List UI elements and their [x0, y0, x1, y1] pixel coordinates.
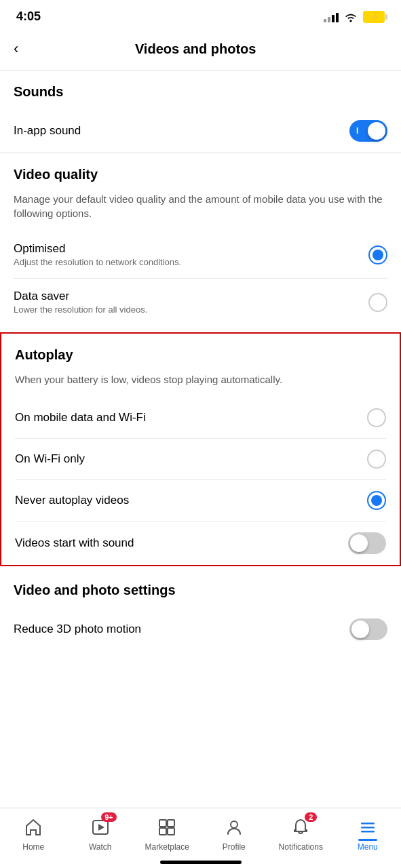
- nav-notifications[interactable]: 2 Notifications: [277, 815, 324, 852]
- autoplay-desc: When your battery is low, videos stop pl…: [15, 372, 386, 387]
- profile-icon-wrap: [222, 815, 246, 840]
- in-app-sound-toggle[interactable]: [349, 120, 387, 142]
- notifications-icon-wrap: 2: [288, 815, 313, 840]
- watch-label: Watch: [89, 842, 112, 852]
- home-icon: [24, 818, 43, 837]
- marketplace-icon-wrap: [155, 815, 179, 840]
- nav-home[interactable]: Home: [9, 815, 57, 852]
- status-time: 4:05: [16, 9, 41, 24]
- home-icon-wrap: [21, 815, 45, 840]
- mobile-data-wifi-radio[interactable]: [367, 408, 386, 427]
- watch-badge: 9+: [101, 812, 117, 822]
- optimised-label: Optimised: [14, 242, 181, 256]
- autoplay-title: Autoplay: [15, 347, 386, 363]
- video-quality-title: Video quality: [14, 167, 387, 182]
- data-saver-label: Data saver: [14, 290, 147, 303]
- sounds-title: Sounds: [14, 84, 387, 100]
- wifi-icon: [344, 12, 358, 22]
- notifications-badge: 2: [305, 812, 317, 822]
- never-autoplay-radio[interactable]: [367, 491, 386, 510]
- svg-rect-4: [168, 828, 174, 835]
- header: ‹ Videos and photos: [0, 29, 401, 71]
- videos-start-sound-label: Videos start with sound: [15, 536, 134, 550]
- data-saver-row[interactable]: Data saver Lower the resolution for all …: [14, 278, 387, 326]
- main-content: Sounds In-app sound Video quality Manage…: [0, 71, 401, 719]
- nav-marketplace[interactable]: Marketplace: [143, 815, 191, 852]
- notifications-label: Notifications: [279, 842, 323, 852]
- signal-icon: [324, 12, 339, 22]
- nav-menu[interactable]: Menu: [344, 815, 392, 852]
- videos-start-sound-row: Videos start with sound: [15, 521, 386, 565]
- marketplace-icon: [157, 818, 176, 837]
- sounds-section: Sounds In-app sound: [0, 71, 401, 153]
- menu-icon: [358, 818, 377, 837]
- svg-rect-2: [168, 820, 174, 827]
- data-saver-sublabel: Lower the resolution for all videos.: [14, 304, 147, 315]
- status-icons: ⚡: [324, 11, 385, 23]
- in-app-sound-row: In-app sound: [14, 109, 387, 153]
- wifi-only-label: On Wi-Fi only: [15, 452, 85, 466]
- optimised-radio[interactable]: [368, 245, 387, 264]
- menu-active-indicator: [358, 839, 377, 841]
- video-quality-desc: Manage your default video quality and th…: [14, 192, 387, 220]
- home-indicator: [160, 861, 242, 864]
- status-bar: 4:05 ⚡: [0, 0, 401, 29]
- battery-icon: ⚡: [363, 11, 385, 23]
- menu-label: Menu: [358, 842, 378, 852]
- svg-rect-1: [159, 820, 166, 827]
- wifi-only-row[interactable]: On Wi-Fi only: [15, 438, 386, 479]
- home-label: Home: [22, 842, 44, 852]
- mobile-data-wifi-label: On mobile data and Wi-Fi: [15, 411, 146, 425]
- nav-watch[interactable]: 9+ Watch: [77, 815, 124, 852]
- reduce-3d-label: Reduce 3D photo motion: [14, 623, 141, 636]
- svg-rect-6: [361, 823, 375, 825]
- videos-start-sound-toggle[interactable]: [348, 532, 386, 554]
- video-quality-section: Video quality Manage your default video …: [0, 153, 401, 326]
- profile-icon: [225, 818, 244, 837]
- back-button[interactable]: ‹: [14, 37, 24, 60]
- in-app-sound-label: In-app sound: [14, 124, 81, 138]
- video-photo-settings-section: Video and photo settings Reduce 3D photo…: [0, 566, 401, 651]
- wifi-only-radio[interactable]: [367, 450, 386, 469]
- never-autoplay-label: Never autoplay videos: [15, 494, 129, 507]
- nav-profile[interactable]: Profile: [210, 815, 258, 852]
- never-autoplay-row[interactable]: Never autoplay videos: [15, 479, 386, 521]
- optimised-sublabel: Adjust the resolution to network conditi…: [14, 257, 181, 267]
- menu-icon-wrap: [356, 815, 380, 840]
- svg-rect-7: [361, 827, 375, 829]
- autoplay-section: Autoplay When your battery is low, video…: [0, 332, 401, 566]
- svg-rect-8: [361, 831, 375, 833]
- optimised-row[interactable]: Optimised Adjust the resolution to netwo…: [14, 231, 387, 278]
- watch-icon-wrap: 9+: [88, 815, 113, 840]
- profile-label: Profile: [223, 842, 246, 852]
- data-saver-radio[interactable]: [368, 293, 387, 312]
- svg-point-5: [231, 821, 237, 828]
- reduce-3d-toggle[interactable]: [349, 618, 387, 640]
- page-title: Videos and photos: [24, 41, 367, 57]
- marketplace-label: Marketplace: [145, 842, 189, 852]
- autoplay-header: Autoplay When your battery is low, video…: [15, 334, 386, 387]
- bottom-nav: Home 9+ Watch Marketplace: [0, 808, 401, 868]
- mobile-data-wifi-row[interactable]: On mobile data and Wi-Fi: [15, 397, 386, 438]
- video-photo-settings-title: Video and photo settings: [14, 583, 387, 598]
- svg-rect-3: [159, 828, 166, 835]
- reduce-3d-row: Reduce 3D photo motion: [14, 608, 387, 651]
